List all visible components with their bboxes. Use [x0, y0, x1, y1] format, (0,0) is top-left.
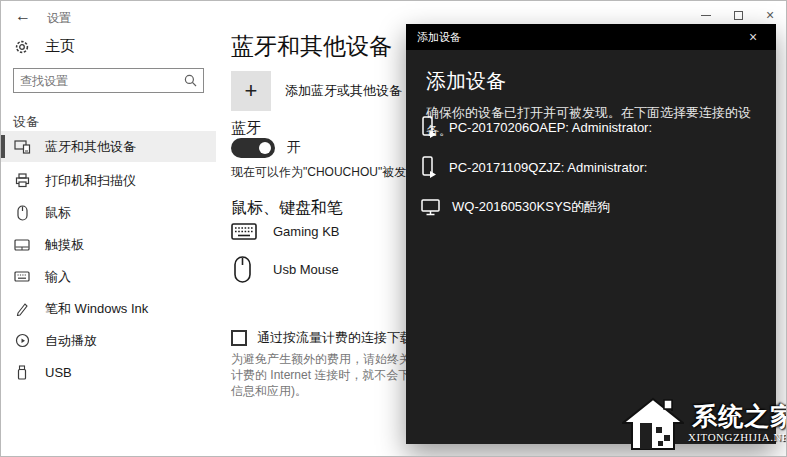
search-input[interactable] — [14, 74, 184, 88]
sidebar-item-label: 触摸板 — [45, 236, 84, 254]
page-title: 蓝牙和其他设备 — [231, 31, 392, 62]
touchpad-icon — [13, 239, 31, 251]
sidebar-item-label: 自动播放 — [45, 332, 97, 350]
device-name: Usb Mouse — [273, 262, 339, 277]
sidebar-item-home[interactable]: 主页 — [13, 37, 75, 56]
dialog-device-row[interactable]: PC-20170206OAEP: Administrator: — [421, 112, 761, 142]
pc-icon — [421, 116, 437, 139]
dialog-titlebar: 添加设备 × — [406, 24, 776, 50]
bluetooth-toggle-row[interactable]: 开 — [231, 138, 301, 158]
mkp-section-title: 鼠标、键盘和笔 — [231, 198, 343, 219]
dialog-heading: 添加设备 — [426, 68, 506, 95]
bluetooth-toggle[interactable] — [231, 138, 275, 158]
printer-icon — [13, 173, 31, 188]
sidebar-item-touchpad[interactable]: 触摸板 — [1, 229, 216, 260]
sidebar-item-autoplay[interactable]: 自动播放 — [1, 325, 216, 356]
autoplay-icon — [13, 333, 31, 348]
plus-icon: + — [231, 71, 271, 111]
add-device-button[interactable]: + 添加蓝牙或其他设备 — [231, 71, 402, 111]
search-icon[interactable] — [184, 74, 197, 87]
add-device-label: 添加蓝牙或其他设备 — [285, 82, 402, 100]
metered-checkbox-label: 通过按流量计费的连接下载 — [257, 329, 413, 347]
checkbox-icon[interactable] — [231, 330, 247, 346]
sidebar-item-label: 鼠标 — [45, 204, 71, 222]
sidebar-item-pen[interactable]: 笔和 Windows Ink — [1, 293, 216, 324]
discoverable-text: 现在可以作为"CHOUCHOU"被发现 — [231, 164, 418, 181]
sidebar-item-usb[interactable]: USB — [1, 357, 216, 388]
sidebar-item-printers[interactable]: 打印机和扫描仪 — [1, 165, 216, 196]
maximize-icon[interactable] — [730, 7, 746, 23]
minimize-icon[interactable] — [698, 7, 714, 23]
monitor-icon — [421, 199, 440, 216]
close-icon[interactable]: × — [762, 7, 778, 23]
sidebar-item-label: 打印机和扫描仪 — [45, 172, 136, 190]
bluetooth-label: 蓝牙 — [231, 119, 261, 138]
sidebar-item-label: 输入 — [45, 268, 71, 286]
sidebar-section-devices: 设备 — [13, 113, 39, 131]
sidebar-item-bluetooth-devices[interactable]: 蓝牙和其他设备 — [1, 131, 216, 162]
dialog-close-icon[interactable]: × — [740, 24, 766, 50]
pen-icon — [13, 302, 31, 316]
window-controls: × — [698, 5, 778, 25]
sidebar-item-label: 笔和 Windows Ink — [45, 300, 148, 318]
keyboard-icon — [13, 271, 31, 282]
device-name: Gaming KB — [273, 224, 339, 239]
search-box[interactable] — [13, 68, 204, 93]
dialog-device-name: WQ-20160530KSYS的酷狗 — [452, 198, 610, 216]
dialog-device-row[interactable]: PC-20171109QZJZ: Administrator: — [421, 152, 761, 182]
sidebar-home-label: 主页 — [45, 37, 75, 56]
usb-icon — [13, 365, 31, 380]
dialog-titlebar-label: 添加设备 — [406, 30, 461, 45]
devices-icon — [13, 140, 31, 154]
metered-download-checkbox-row[interactable]: 通过按流量计费的连接下载 — [231, 329, 413, 347]
dialog-device-row[interactable]: WQ-20160530KSYS的酷狗 — [421, 192, 761, 222]
add-device-dialog: 添加设备 × 添加设备 确保你的设备已打开并可被发现。在下面选择要连接的设备。 … — [406, 24, 776, 444]
mouse-icon — [13, 205, 31, 221]
settings-window: ← 设置 × 主页 设备 蓝牙和其他设备 — [0, 0, 787, 457]
sidebar-item-label: 蓝牙和其他设备 — [45, 138, 136, 156]
keyboard-icon — [231, 223, 257, 240]
sidebar: 主页 设备 蓝牙和其他设备 打印机和扫描仪 鼠标 — [1, 1, 216, 456]
dialog-device-name: PC-20170206OAEP: Administrator: — [449, 120, 652, 135]
pc-icon — [421, 156, 437, 179]
device-row-usb-mouse[interactable]: Usb Mouse — [231, 256, 339, 283]
toggle-state-label: 开 — [287, 139, 301, 157]
sidebar-item-mouse[interactable]: 鼠标 — [1, 197, 216, 228]
mouse-icon — [234, 256, 251, 283]
gear-icon — [13, 39, 31, 55]
dialog-device-name: PC-20171109QZJZ: Administrator: — [449, 160, 647, 175]
sidebar-item-label: USB — [45, 365, 72, 380]
sidebar-item-typing[interactable]: 输入 — [1, 261, 216, 292]
device-row-gaming-kb[interactable]: Gaming KB — [231, 223, 339, 240]
